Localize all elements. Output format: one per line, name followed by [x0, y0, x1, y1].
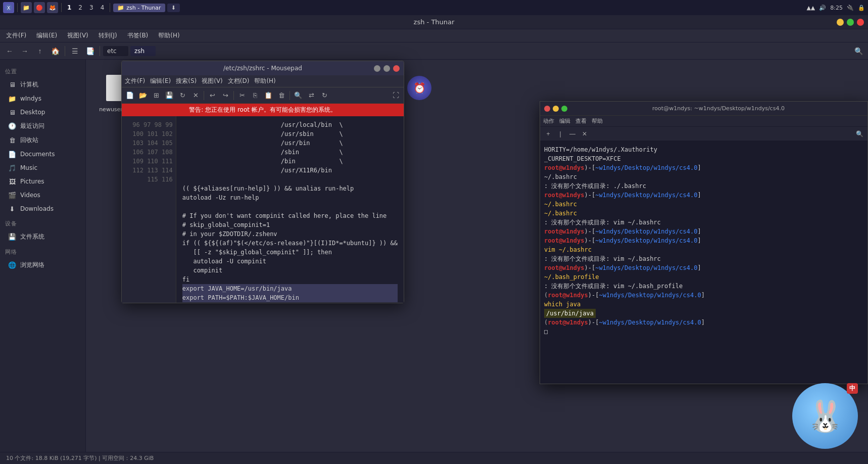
- mp-minimize-button[interactable]: [374, 65, 380, 72]
- file-item[interactable]: ⏰: [399, 70, 440, 122]
- mp-redo-button[interactable]: ↪: [219, 89, 231, 102]
- mp-menu-help[interactable]: 帮助(H): [254, 77, 275, 85]
- sidebar-item-wIndys[interactable]: 📁 wIndys: [2, 92, 83, 105]
- term-close-button[interactable]: [544, 106, 550, 112]
- fm-toggle-panel-button[interactable]: ☰: [68, 44, 81, 58]
- mp-close-doc-button[interactable]: ✕: [189, 89, 202, 102]
- fm-forward-button[interactable]: →: [18, 44, 31, 58]
- taskbar-app-icon[interactable]: X: [3, 2, 14, 13]
- sidebar-item-label-pictures: Pictures: [20, 178, 44, 185]
- mp-save-button[interactable]: 💾: [163, 89, 175, 102]
- taskbar-icon-files[interactable]: 📁: [21, 2, 32, 13]
- mp-menu-edit[interactable]: 编辑(E): [150, 77, 171, 85]
- volume-indicator: 🔊: [819, 5, 826, 11]
- term-split-v-button[interactable]: |: [555, 129, 565, 139]
- fm-search-button[interactable]: 🔍: [852, 44, 865, 58]
- term-title-text: root@w1ndys: ~w1ndys/Desktop/w1ndys/cs4.…: [573, 105, 863, 112]
- sidebar-devices-label: 设备: [0, 216, 85, 229]
- sidebar-item-computer[interactable]: 🖥 计算机: [2, 78, 83, 91]
- fm-menu-help[interactable]: 帮助(H): [156, 30, 181, 41]
- sidebar-item-pictures[interactable]: 🖼 Pictures: [2, 175, 83, 188]
- term-minimize-button[interactable]: [553, 106, 559, 112]
- sidebar-item-trash[interactable]: 🗑 回收站: [2, 133, 83, 147]
- term-close-tab-button[interactable]: ✕: [580, 129, 590, 139]
- mp-menu-search[interactable]: 搜索(S): [176, 77, 197, 85]
- term-menu-help[interactable]: 帮助: [592, 117, 603, 125]
- mp-menu-view[interactable]: 视图(V): [202, 77, 223, 85]
- mp-open-button[interactable]: 📂: [137, 89, 149, 102]
- mp-toolbar: 📄 📂 ⊞ 💾 ↻ ✕ ↩ ↪ ✂ ⎘ 📋 🗑 🔍 ⇄ ↻ ⛶: [122, 87, 404, 104]
- mp-paste-button[interactable]: 📋: [262, 89, 274, 102]
- term-menu-action[interactable]: 动作: [543, 117, 554, 125]
- mp-save-tabs-button[interactable]: ⊞: [150, 89, 162, 102]
- mp-search-wrap-button[interactable]: ↻: [318, 89, 330, 102]
- terminal-line: HORITY=/home/w1ndys/.Xauthority: [544, 145, 863, 154]
- mp-maximize-button[interactable]: [383, 65, 390, 72]
- mp-code-area[interactable]: /usr/local/bin \ /usr/sbin \ /usr/bin \ …: [176, 116, 404, 303]
- term-search-button[interactable]: 🔍: [854, 129, 864, 139]
- mp-cut-button[interactable]: ✂: [236, 89, 248, 102]
- mp-titlebar: /etc/zsh/zshrc - Mousepad: [122, 61, 404, 75]
- term-menu-view[interactable]: 查看: [575, 117, 587, 125]
- fm-maximize-button[interactable]: [847, 19, 854, 26]
- mp-replace-button[interactable]: ⇄: [305, 89, 317, 102]
- term-toolbar: + | — ✕ 🔍: [540, 127, 867, 141]
- fm-path-zsh[interactable]: zsh: [130, 46, 156, 56]
- workspace-4[interactable]: 4: [98, 3, 107, 12]
- sidebar-item-documents[interactable]: 📄 Documents: [2, 148, 83, 161]
- fm-close-button[interactable]: [857, 19, 864, 26]
- mp-search-button[interactable]: 🔍: [292, 89, 304, 102]
- sidebar-item-downloads[interactable]: ⬇ Downloads: [2, 202, 83, 215]
- mp-delete-button[interactable]: 🗑: [275, 89, 287, 102]
- fm-path-etc[interactable]: etc: [103, 46, 128, 56]
- workspace-1[interactable]: 1: [65, 3, 74, 12]
- term-split-h-button[interactable]: —: [567, 129, 577, 139]
- mp-undo-button[interactable]: ↩: [206, 89, 218, 102]
- mp-fullscreen-button[interactable]: ⛶: [390, 89, 402, 102]
- fm-menu-bookmarks[interactable]: 书签(B): [125, 30, 151, 41]
- taskbar-window-thunar[interactable]: 📁 zsh - Thunar: [113, 4, 165, 12]
- term-new-tab-button[interactable]: +: [543, 129, 553, 139]
- mp-new-button[interactable]: 📄: [124, 89, 136, 102]
- volume-icon: 🔊: [819, 5, 826, 11]
- fm-menu-file[interactable]: 文件(F): [4, 30, 28, 41]
- fm-minimize-button[interactable]: [837, 19, 844, 26]
- workspace-3[interactable]: 3: [87, 3, 96, 12]
- fm-up-button[interactable]: ↑: [33, 44, 46, 58]
- fm-tb-sep2: [100, 46, 100, 56]
- sidebar-item-videos[interactable]: 🎬 Videos: [2, 189, 83, 202]
- extra-icon: ⬇: [171, 5, 176, 11]
- mp-reload-button[interactable]: ↻: [176, 89, 188, 102]
- mp-close-button[interactable]: [393, 65, 400, 72]
- taskbar-icon-fox[interactable]: 🦊: [47, 2, 58, 13]
- term-content-area[interactable]: HORITY=/home/w1ndys/.Xauthority _CURRENT…: [540, 141, 867, 384]
- fm-menu-view[interactable]: 视图(V): [65, 30, 90, 41]
- browse-network-icon: 🌐: [8, 261, 16, 269]
- fm-menu-edit[interactable]: 编辑(E): [34, 30, 59, 41]
- sidebar-item-browse-network[interactable]: 🌐 浏览网络: [2, 258, 83, 272]
- taskbar-window-extra[interactable]: ⬇: [167, 4, 180, 12]
- terminal-line: root@w1ndys)-[~w1ndys/Desktop/w1ndys/cs4…: [544, 163, 863, 172]
- sidebar-item-recent[interactable]: 🕐 最近访问: [2, 119, 83, 133]
- file-icon: ⏰: [407, 73, 431, 103]
- thunar-icon: 📁: [117, 5, 124, 11]
- sidebar-item-desktop[interactable]: 🖥 Desktop: [2, 106, 83, 119]
- mascot-area: 🐰 中: [777, 378, 858, 449]
- workspace-2[interactable]: 2: [76, 3, 85, 12]
- fm-back-button[interactable]: ←: [3, 44, 16, 58]
- fm-bookmarks-view-button[interactable]: 📑: [83, 44, 97, 58]
- mp-editor-content[interactable]: 96 97 98 99 100 101 102 103 104 105 106 …: [122, 116, 404, 303]
- term-menu-edit[interactable]: 编辑: [559, 117, 570, 125]
- sidebar-item-music[interactable]: 🎵 Music: [2, 161, 83, 174]
- terminal-line: : 没有那个文件或目录: vim ~/.bashrc: [544, 254, 863, 263]
- lock-icon: 🔒: [858, 5, 865, 11]
- mp-copy-button[interactable]: ⎘: [249, 89, 261, 102]
- term-maximize-button[interactable]: [561, 106, 567, 112]
- sidebar-item-filesystem[interactable]: 💾 文件系统: [2, 230, 83, 244]
- terminal-line: (root@w1ndys)-[~w1ndys/Desktop/w1ndys/cs…: [544, 318, 863, 327]
- fm-menu-go[interactable]: 转到(J): [97, 30, 119, 41]
- mp-menu-file[interactable]: 文件(F): [125, 77, 145, 85]
- taskbar-icon-browser[interactable]: 🔴: [34, 2, 45, 13]
- mp-menu-document[interactable]: 文档(D): [228, 77, 250, 85]
- fm-home-button[interactable]: 🏠: [49, 44, 62, 58]
